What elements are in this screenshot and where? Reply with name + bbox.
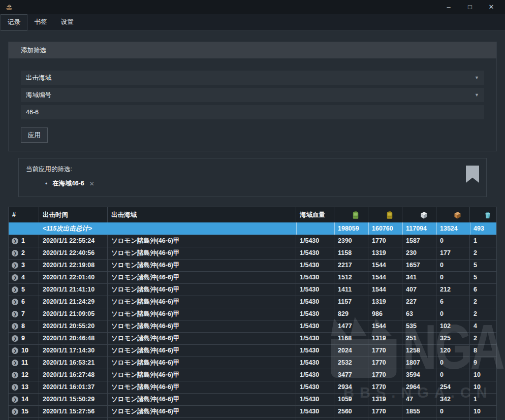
steel-cell: 227 [402,296,436,308]
sortie-area-cell: ソロモン諸島沖(46-6)甲 [108,320,296,332]
row-number: 1 [21,235,25,247]
bucket-cell: 2 [470,308,496,320]
fuel-cell: 2024 [334,345,368,357]
filter-body: 出击海域 ▼ 海域编号 ▼ 46-6 应用 [9,58,496,151]
expand-row-icon[interactable]: ❯ [12,372,18,378]
sortie-area-cell: ソロモン諸島沖(46-6)甲 [108,406,296,417]
sortie-time-cell: 2020/1/1 15:50:29 [39,394,108,405]
bauxite-icon [453,210,462,219]
sortie-area-select[interactable]: 出击海域 ▼ [21,71,484,85]
row-index-cell: ❯ 3 [9,260,39,271]
sortie-time-cell: 2020/1/1 16:53:21 [39,357,108,369]
expand-row-icon[interactable]: ❯ [12,347,18,354]
table-header-row: #出击时间出击海域海域血量 [9,207,496,222]
bucket-cell: 10 [470,406,496,417]
row-index-cell: ❯ 12 [9,369,39,381]
row-index-cell: ❯ 8 [9,320,39,332]
bauxite-cell: 212 [436,284,470,296]
remove-filter-icon[interactable]: ✕ [89,180,94,187]
bucket-icon [484,210,492,219]
table-row: ❯ 9 2020/1/1 20:46:48 ソロモン諸島沖(46-6)甲 1/5… [9,332,496,344]
expand-row-icon[interactable]: ❯ [12,238,18,244]
expand-row-icon[interactable]: ❯ [12,274,18,281]
main-content: 添加筛选 出击海域 ▼ 海域编号 ▼ 46-6 应用 当前应用的筛选: • 在海… [0,31,505,420]
column-header-time: 出击时间 [39,207,108,222]
expand-row-icon[interactable]: ❯ [12,323,18,330]
fuel-cell: 1554 [334,418,368,420]
row-index-cell: ❯ 6 [9,296,39,308]
table-row: ❯ 15 2020/1/1 15:27:56 ソロモン諸島沖(46-6)甲 1/… [9,405,496,417]
fuel-cell: 2390 [334,235,368,247]
row-number: 7 [21,308,25,320]
table-row: ❯ 14 2020/1/1 15:50:29 ソロモン諸島沖(46-6)甲 1/… [9,393,496,405]
apply-button[interactable]: 应用 [21,127,48,143]
expand-row-icon[interactable]: ❯ [12,408,18,415]
expand-row-icon[interactable]: ❯ [12,250,18,256]
column-header-hp: 海域血量 [296,207,334,222]
summary-hp-cell [296,222,334,235]
ammo-cell: 1544 [368,260,402,271]
filter-group: 添加筛选 出击海域 ▼ 海域编号 ▼ 46-6 应用 [8,42,497,151]
ammo-cell: 1319 [368,333,402,344]
table-row: ❯ 6 2020/1/1 21:24:29 ソロモン諸島沖(46-6)甲 1/5… [9,296,496,308]
steel-cell: 1587 [402,235,436,247]
fuel-cell: 1411 [334,284,368,296]
row-number: 6 [21,296,25,308]
fuel-cell: 2934 [334,381,368,393]
ammo-cell: 1319 [368,296,402,308]
bauxite-cell: 102 [436,320,470,332]
sortie-time-cell: 2020/1/1 22:55:24 [39,235,108,247]
steel-cell: 1807 [402,357,436,369]
expand-row-icon[interactable]: ❯ [12,335,18,342]
sortie-time-cell: 2020/1/1 15:27:56 [39,406,108,417]
tab-bookmarks[interactable]: 书签 [27,14,54,30]
fuel-icon [352,210,360,219]
tab-settings[interactable]: 设置 [54,14,80,30]
expand-row-icon[interactable]: ❯ [12,384,18,391]
map-hp-cell: 1/5430 [296,369,334,381]
sortie-time-cell: 2020/1/1 17:14:30 [39,345,108,357]
sortie-time-cell: 2020/1/1 20:46:48 [39,333,108,344]
chevron-down-icon: ▼ [475,75,479,80]
row-index-cell: ❯ 1 [9,235,39,247]
close-button[interactable]: ✕ [481,0,502,14]
row-number: 9 [21,333,25,344]
area-number-input[interactable]: 46-6 [21,105,484,119]
sortie-area-cell: ソロモン諸島沖(46-6)甲 [108,418,296,420]
expand-row-icon[interactable]: ❯ [12,286,18,293]
map-hp-cell: 1/5430 [296,272,334,283]
map-hp-cell: 1/5430 [296,333,334,344]
bucket-cell: 10 [470,369,496,381]
bucket-cell: 5 [470,260,496,271]
expand-row-icon[interactable]: ❯ [12,262,18,269]
sortie-area-cell: ソロモン諸島沖(46-6)甲 [108,235,296,247]
tab-records[interactable]: 记录 [1,14,27,30]
ammo-cell: 1770 [368,345,402,357]
sortie-area-cell: ソロモン諸島沖(46-6)甲 [108,308,296,320]
expand-row-icon[interactable]: ❯ [12,396,18,403]
bucket-cell: 5 [470,272,496,283]
map-hp-cell: 1/5430 [296,357,334,369]
fuel-cell: 2217 [334,260,368,271]
expand-row-icon[interactable]: ❯ [12,360,18,366]
row-index-cell: ❯ 4 [9,272,39,283]
column-header-bucket [470,207,496,222]
expand-row-icon[interactable]: ❯ [12,299,18,305]
fuel-cell: 3477 [334,369,368,381]
sortie-area-cell: ソロモン諸島沖(46-6)甲 [108,260,296,271]
applied-filter-item: • 在海域46-6 ✕ [26,179,479,188]
maximize-button[interactable]: □ [459,0,481,14]
expand-row-icon[interactable]: ❯ [12,311,18,317]
table-row: ❯ 2 2020/1/1 22:40:56 ソロモン諸島沖(46-6)甲 1/5… [9,247,496,259]
minimize-button[interactable]: – [438,0,459,14]
sortie-area-cell: ソロモン諸島沖(46-6)甲 [108,272,296,283]
map-hp-cell: 1/5430 [296,284,334,296]
summary-fuel-total: 198059 [334,222,368,235]
add-filter-header[interactable]: 添加筛选 [9,42,496,58]
bucket-cell: 2 [470,247,496,259]
column-header-bauxite [436,207,470,222]
sortie-area-cell: ソロモン諸島沖(46-6)甲 [108,394,296,405]
map-hp-cell: 1/5430 [296,308,334,320]
window-controls: – □ ✕ [438,0,502,14]
area-number-select[interactable]: 海域编号 ▼ [21,88,484,102]
